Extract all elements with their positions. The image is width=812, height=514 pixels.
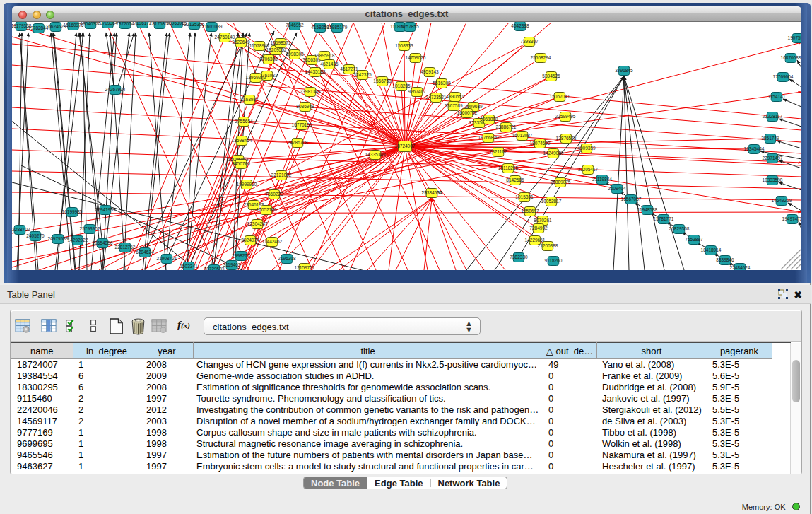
svg-text:22288702: 22288702 <box>12 227 30 232</box>
svg-text:7284992: 7284992 <box>529 226 548 230</box>
svg-text:1998308: 1998308 <box>286 52 304 57</box>
svg-text:20889075: 20889075 <box>551 180 571 185</box>
svg-text:2998203: 2998203 <box>232 253 250 258</box>
svg-text:24723521: 24723521 <box>426 95 447 100</box>
svg-text:19999920: 19999920 <box>237 182 257 187</box>
svg-text:5394526: 5394526 <box>542 74 560 78</box>
svg-text:15118215: 15118215 <box>498 165 519 170</box>
svg-text:7382330: 7382330 <box>510 255 528 259</box>
svg-text:23228117: 23228117 <box>763 114 783 119</box>
svg-text:10052817: 10052817 <box>541 199 562 204</box>
svg-text:10870088: 10870088 <box>781 55 801 60</box>
svg-text:16199985: 16199985 <box>62 209 83 214</box>
svg-text:5516308: 5516308 <box>433 81 451 86</box>
svg-text:25793902: 25793902 <box>80 226 100 231</box>
svg-text:19497475: 19497475 <box>782 216 801 221</box>
svg-text:4617271: 4617271 <box>340 66 358 71</box>
svg-text:23886721: 23886721 <box>496 124 517 129</box>
svg-text:7321167: 7321167 <box>490 149 507 154</box>
svg-text:1154141: 1154141 <box>768 94 786 99</box>
svg-text:3450760: 3450760 <box>232 161 250 166</box>
svg-text:13969242: 13969242 <box>246 75 266 80</box>
svg-text:8142586: 8142586 <box>506 177 524 182</box>
svg-text:13598454: 13598454 <box>232 138 252 143</box>
svg-text:9118260: 9118260 <box>545 258 563 263</box>
svg-text:4909359: 4909359 <box>577 146 596 151</box>
svg-text:8036948: 8036948 <box>296 104 314 109</box>
svg-text:21908721: 21908721 <box>157 256 177 261</box>
svg-text:10052166: 10052166 <box>257 207 277 212</box>
svg-text:25558294: 25558294 <box>531 55 551 60</box>
svg-text:21119844: 21119844 <box>592 177 612 182</box>
svg-text:14649229: 14649229 <box>772 198 792 203</box>
svg-text:7660223: 7660223 <box>265 192 283 197</box>
svg-text:19075554: 19075554 <box>788 35 801 40</box>
svg-text:8839846: 8839846 <box>716 257 734 262</box>
svg-text:5757855: 5757855 <box>401 24 419 29</box>
svg-text:19895918: 19895918 <box>314 53 335 58</box>
svg-text:15985179: 15985179 <box>327 25 348 30</box>
svg-text:22121002: 22121002 <box>271 173 292 177</box>
svg-text:15067041: 15067041 <box>550 94 570 99</box>
svg-text:12304247: 12304247 <box>247 221 268 226</box>
svg-text:21654856: 21654856 <box>93 240 113 245</box>
svg-text:8706308: 8706308 <box>259 57 278 62</box>
svg-text:10333598: 10333598 <box>763 177 783 182</box>
svg-text:2196308: 2196308 <box>278 256 296 261</box>
svg-text:1015801: 1015801 <box>515 194 534 199</box>
svg-text:20979533: 20979533 <box>48 236 69 241</box>
svg-text:18209552: 18209552 <box>266 47 287 52</box>
svg-text:21601039: 21601039 <box>202 24 223 29</box>
svg-text:6284624: 6284624 <box>136 250 154 255</box>
svg-text:14335349: 14335349 <box>365 152 386 157</box>
svg-text:12159721: 12159721 <box>295 265 315 270</box>
svg-text:14759025: 14759025 <box>406 55 426 60</box>
svg-text:1508333: 1508333 <box>395 43 413 48</box>
svg-text:8070261: 8070261 <box>534 218 552 223</box>
svg-text:7246952: 7246952 <box>286 23 304 28</box>
svg-text:11205417: 11205417 <box>578 167 599 172</box>
svg-text:22971497: 22971497 <box>763 156 783 160</box>
svg-text:1367589: 1367589 <box>445 103 463 108</box>
svg-text:19766830: 19766830 <box>478 135 499 140</box>
svg-text:6961888: 6961888 <box>480 117 498 122</box>
svg-text:20709364: 20709364 <box>98 22 118 25</box>
svg-text:3119463: 3119463 <box>223 262 241 267</box>
svg-text:24786708: 24786708 <box>288 140 308 145</box>
svg-text:1018285: 1018285 <box>392 83 411 88</box>
svg-text:24750149: 24750149 <box>215 35 235 40</box>
svg-text:16345444: 16345444 <box>744 146 765 151</box>
svg-text:24267934: 24267934 <box>105 87 126 92</box>
svg-text:9267407: 9267407 <box>408 89 426 94</box>
svg-text:22941999: 22941999 <box>95 207 116 212</box>
svg-text:11948588: 11948588 <box>637 207 658 212</box>
svg-text:3242325: 3242325 <box>353 72 372 77</box>
svg-text:3356309: 3356309 <box>302 57 321 62</box>
svg-text:8163927: 8163927 <box>240 97 259 102</box>
svg-text:4621426: 4621426 <box>320 62 339 66</box>
svg-text:2009404: 2009404 <box>608 186 626 191</box>
svg-text:1658697: 1658697 <box>521 209 539 214</box>
svg-text:15781771: 15781771 <box>654 216 674 221</box>
svg-text:7398307: 7398307 <box>520 39 539 44</box>
svg-text:10698571: 10698571 <box>271 40 291 45</box>
svg-text:18729533: 18729533 <box>204 267 225 270</box>
svg-text:16770156: 16770156 <box>292 122 312 127</box>
svg-text:20829308: 20829308 <box>669 226 690 231</box>
svg-text:3851749: 3851749 <box>761 136 779 141</box>
svg-text:4390551: 4390551 <box>446 94 464 99</box>
svg-text:2755654: 2755654 <box>235 119 253 124</box>
svg-text:7553897: 7553897 <box>685 237 703 242</box>
svg-text:21200388: 21200388 <box>538 243 558 248</box>
svg-text:13876573: 13876573 <box>556 136 577 141</box>
svg-text:19384554: 19384554 <box>422 190 442 195</box>
svg-text:11442462: 11442462 <box>262 239 283 244</box>
svg-text:18418914: 18418914 <box>701 247 722 252</box>
svg-text:16567057: 16567057 <box>621 197 642 201</box>
svg-text:9522649: 9522649 <box>232 40 250 45</box>
svg-text:3924074: 3924074 <box>241 238 259 243</box>
svg-text:14435188: 14435188 <box>305 69 326 74</box>
svg-text:4959143: 4959143 <box>420 69 439 74</box>
svg-text:16013087: 16013087 <box>512 133 533 138</box>
svg-text:18724007: 18724007 <box>395 144 416 148</box>
